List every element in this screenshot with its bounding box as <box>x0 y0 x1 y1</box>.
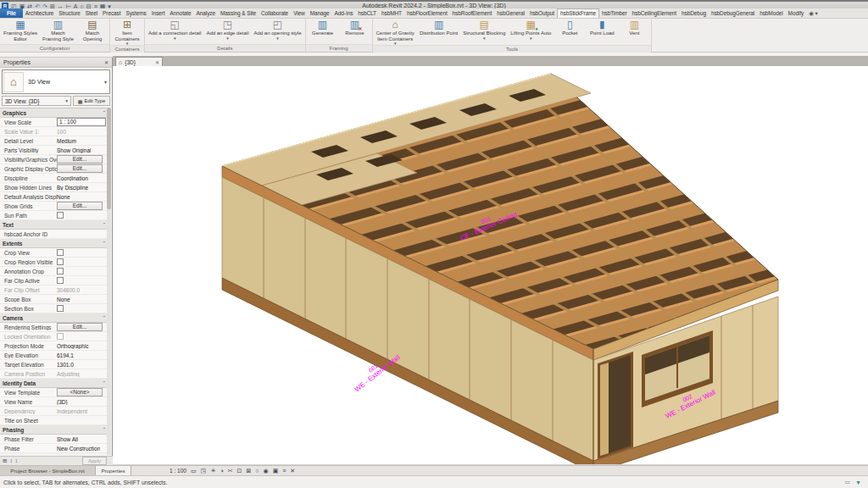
door-opening[interactable] <box>598 352 633 459</box>
ribbon-tab-hsboutput[interactable]: hsbOutput <box>527 8 557 18</box>
value-view-name[interactable]: {3D} <box>57 399 68 405</box>
value-projection-mode[interactable]: Orthographic <box>57 343 89 349</box>
ribbon-tab-view[interactable]: View <box>291 8 308 18</box>
ribbon-tab-hsbroofelement[interactable]: hsbRoofElement <box>450 8 495 18</box>
instance-selector[interactable]: 3D View: {3D} ▾ <box>2 96 71 106</box>
view-scale-control[interactable]: 1 : 100 <box>170 468 186 474</box>
ribbon-tab-hsbdebug[interactable]: hsbDebug <box>679 8 709 18</box>
ribbon-tab-precast[interactable]: Precast <box>100 8 123 18</box>
apply-button[interactable]: Apply <box>82 457 107 465</box>
ribbon-tab-hsbmht[interactable]: hsbMHT <box>379 8 404 18</box>
ribbon-button-item-containers[interactable]: ⊞ItemContainers▾ <box>112 19 142 45</box>
visual-style-icon[interactable]: ◳ <box>201 467 207 474</box>
value-far-clip-offset[interactable]: 304800.0 <box>57 287 80 293</box>
ribbon-tab-hsbmodel[interactable]: hsbModel <box>757 8 785 18</box>
value-parts-visibility[interactable]: Show Original <box>57 147 91 153</box>
view-tab-close-icon[interactable]: ✕ <box>155 59 159 65</box>
ribbon-tab-modify[interactable]: Modify <box>786 8 807 18</box>
checkbox-annotation-crop[interactable] <box>57 268 64 274</box>
ribbon-tab-hsbceilingelement[interactable]: hsbCeilingElement <box>630 8 680 18</box>
sort-groups-icon[interactable]: ↕ <box>15 458 18 464</box>
dropdown-arrow-icon[interactable]: ▾ <box>530 36 532 40</box>
ribbon-button-structural-blocking[interactable]: ▤Structural Blocking▾ <box>461 19 507 40</box>
button-graphic-display-options[interactable]: Edit... <box>57 164 103 173</box>
value-detail-level[interactable]: Medium <box>57 138 76 144</box>
value-discipline[interactable]: Coordination <box>57 175 88 181</box>
properties-toggle-icon[interactable]: ⊞ <box>3 458 7 464</box>
properties-scrollbar[interactable] <box>107 108 111 455</box>
properties-close-icon[interactable]: ✕ <box>104 59 108 65</box>
ribbon-button-point-load[interactable]: ▮Point Load <box>587 19 617 36</box>
tab-properties[interactable]: Properties <box>96 466 131 475</box>
ribbon-button-pocket[interactable]: ▯Pocket <box>554 19 585 36</box>
button-show-grids[interactable]: Edit... <box>57 202 103 210</box>
ribbon-tab-analyze[interactable]: Analyze <box>194 8 218 18</box>
checkbox-crop-view[interactable] <box>57 249 64 256</box>
ribbon-tab-annotate[interactable]: Annotate <box>167 8 193 18</box>
ribbon-tab-architecture[interactable]: Architecture <box>23 8 56 18</box>
property-section-graphics[interactable]: Graphicsˆ <box>0 108 108 118</box>
property-section-identity-data[interactable]: Identity Dataˆ <box>0 379 108 388</box>
value-phase-filter[interactable]: Show All <box>57 436 78 442</box>
ribbon-button-center-of-gravity-item-containers[interactable]: ⌂Center of GravityItem Containers▾ <box>375 19 416 45</box>
ribbon-button-match-opening[interactable]: ▤MatchOpening <box>77 19 108 42</box>
ribbon-tab-hsbtimber[interactable]: hsbTimber <box>599 8 630 18</box>
property-section-extents[interactable]: Extentsˆ <box>0 239 108 248</box>
ribbon-tab-systems[interactable]: Systems <box>123 8 148 18</box>
ribbon-button-framing-styles-editor[interactable]: ▦Framing StylesEditor <box>2 19 39 42</box>
ribbon-tab-file[interactable]: File <box>0 8 23 18</box>
lock-3d-view-icon[interactable]: ⊠ <box>246 467 251 474</box>
chevron-down-icon[interactable]: ▾ <box>104 79 107 85</box>
ribbon-tab-hsbclt[interactable]: hsbCLT <box>355 8 379 18</box>
show-crop-region-icon[interactable]: ⊡ <box>237 467 242 474</box>
ribbon-button-add-a-connection-detail[interactable]: ◱Add a connection detail▾ <box>147 19 203 40</box>
selection-box-icon[interactable]: ▭ <box>844 479 850 485</box>
value-dependency[interactable]: Independent <box>57 408 87 414</box>
value-scope-box[interactable]: None <box>57 297 70 302</box>
ribbon-tab-massing-site[interactable]: Massing & Site <box>218 8 259 18</box>
filter-icon[interactable]: ▼ <box>855 480 861 485</box>
ribbon-tab-hsbgeneral[interactable]: hsbGeneral <box>494 8 527 18</box>
ribbon-button-distribution-point[interactable]: ▥Distribution Point <box>418 19 459 36</box>
ribbon-overflow-icon[interactable]: ◉ ▾ <box>806 8 820 18</box>
ribbon-tab-collaborate[interactable]: Collaborate <box>259 8 291 18</box>
input-view-scale[interactable]: 1 : 100 <box>57 118 106 126</box>
ribbon-button-add-an-opening-style[interactable]: ◰Add an opening style▾ <box>252 19 303 40</box>
dropdown-arrow-icon[interactable]: ▾ <box>276 36 279 40</box>
property-section-phasing[interactable]: Phasingˆ <box>0 425 108 435</box>
ribbon-tab-insert[interactable]: Insert <box>149 8 168 18</box>
worksharing-display-icon[interactable]: ▣ <box>273 467 279 474</box>
property-section-camera[interactable]: Cameraˆ <box>0 313 108 323</box>
view-tab-3d[interactable]: ⌂ {3D} ✕ <box>115 57 163 66</box>
ribbon-tab-manage[interactable]: Manage <box>308 8 332 18</box>
ribbon-tab-hsbstickframe[interactable]: hsbStickFrame <box>557 8 599 18</box>
checkbox-far-clip-active[interactable] <box>57 277 64 284</box>
ribbon-button-lifting-points-auto[interactable]: ▦●Lifting Points Auto▾ <box>509 19 553 40</box>
value-default-analysis-display[interactable]: None <box>57 194 70 200</box>
ribbon-button-vent[interactable]: ▥Vent <box>619 19 649 36</box>
type-selector[interactable]: ⌂ 3D View ▾ <box>2 69 110 94</box>
analytical-model-icon[interactable]: ✕ <box>290 467 295 474</box>
value-phase[interactable]: New Construction <box>57 446 100 452</box>
checkbox-sun-path[interactable] <box>57 212 64 219</box>
temporary-hide-isolate-icon[interactable]: ○ <box>255 467 259 474</box>
edit-type-button[interactable]: ▦ Edit Type <box>73 96 110 106</box>
ribbon-button-generate[interactable]: ▥Generate <box>308 19 338 36</box>
checkbox-locked-orientation[interactable] <box>57 333 64 340</box>
ribbon-tab-hsbdebuggeneral[interactable]: hsbDebugGeneral <box>709 8 757 18</box>
dropdown-arrow-icon[interactable]: ▾ <box>226 36 229 40</box>
button-visibility-graphics-over[interactable]: Edit... <box>57 155 103 164</box>
tab-project-browser[interactable]: Project Browser - SimpleBox.rvt <box>0 466 96 475</box>
value-eye-elevation[interactable]: 6194.1 <box>57 352 74 358</box>
sun-path-icon[interactable]: ☀ <box>210 467 215 474</box>
ribbon-tab-add-ins[interactable]: Add-Ins <box>332 8 356 18</box>
temporary-view-properties-icon[interactable]: ≡ <box>282 467 286 474</box>
button-view-template[interactable]: <None> <box>57 388 103 396</box>
ribbon-button-add-an-edge-detail[interactable]: ◳Add an edge detail▾ <box>204 19 250 40</box>
ribbon-button-match-framing-style[interactable]: ▥MatchFraming Style <box>41 19 75 42</box>
drawing-area[interactable]: 001 CE - Exterior Ceiling 001 WE - Exter… <box>113 66 868 464</box>
shadows-icon[interactable]: ◑ <box>220 467 223 474</box>
dropdown-arrow-icon[interactable]: ▾ <box>174 36 176 40</box>
detail-level-icon[interactable]: ▭ <box>191 467 197 474</box>
checkbox-crop-region-visible[interactable] <box>57 258 64 265</box>
